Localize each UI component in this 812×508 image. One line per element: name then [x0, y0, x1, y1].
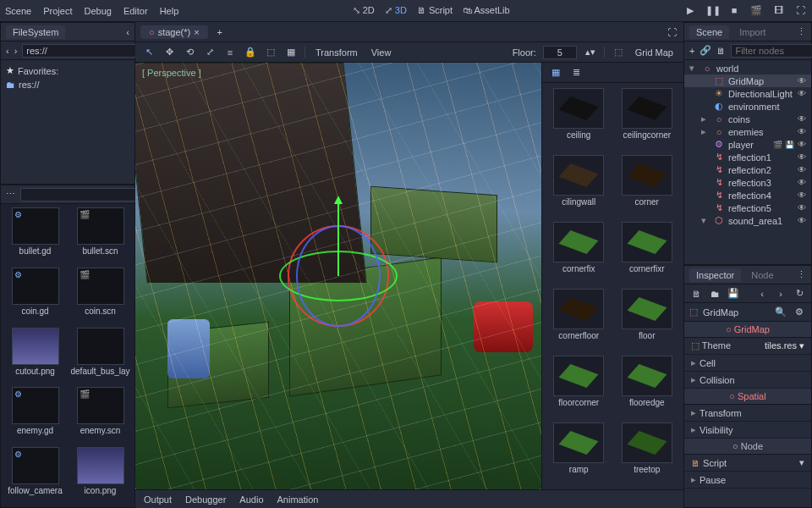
tree-node[interactable]: ↯reflection4👁 — [684, 189, 811, 202]
bottom-tab-animation[interactable]: Animation — [277, 494, 319, 505]
move-tool-icon[interactable]: ✥ — [162, 47, 176, 58]
tree-node[interactable]: ⬚GridMap👁 — [684, 75, 811, 87]
property-theme[interactable]: ⬚ Themetiles.res ▾ — [684, 338, 811, 355]
distraction-free-icon[interactable]: ⛶ — [793, 5, 807, 16]
tree-node[interactable]: ↯reflection3👁 — [684, 176, 811, 189]
file-thumb[interactable]: 🎬bullet.scn — [69, 207, 131, 264]
tree-node[interactable]: ▸○coins👁 — [684, 113, 811, 125]
workspace-3d[interactable]: ⤢ 3D — [385, 5, 407, 16]
import-dock-tab[interactable]: Import — [732, 25, 772, 39]
file-thumb[interactable]: ⚙enemy.gd — [4, 387, 66, 444]
floor-input[interactable] — [543, 46, 577, 59]
property-group-transform[interactable]: ▸Transform — [684, 405, 811, 422]
visibility-icon[interactable]: 👁 — [798, 190, 806, 200]
property-script[interactable]: 🗎 Script ▾ — [684, 455, 811, 472]
save-resource-icon[interactable]: 💾 — [727, 288, 740, 299]
filesystem-tab[interactable]: FileSystem — [6, 25, 65, 39]
tree-node[interactable]: ☀DirectionalLight👁 — [684, 87, 811, 100]
menu-editor[interactable]: Editor — [123, 6, 148, 16]
file-thumb[interactable]: ⚙coin.gd — [4, 268, 66, 324]
select-tool-icon[interactable]: ↖ — [142, 47, 156, 58]
perspective-label[interactable]: [ Perspective ] — [142, 68, 201, 78]
tree-node[interactable]: ◐environment — [684, 100, 811, 113]
property-group-cell[interactable]: ▸Cell — [684, 355, 811, 372]
path-input[interactable] — [22, 44, 147, 58]
search-icon[interactable]: 🔍 — [774, 306, 787, 318]
transform-menu[interactable]: Transform — [312, 47, 361, 58]
mesh-item[interactable]: floorcorner — [547, 356, 611, 417]
history-fwd-icon[interactable]: › — [774, 289, 787, 299]
mesh-item[interactable]: ceilingcorner — [616, 88, 679, 150]
tree-node[interactable]: ▸○enemies👁 — [684, 125, 811, 138]
view-menu[interactable]: View — [368, 47, 395, 58]
scene-tab[interactable]: ○ stage(*) × — [140, 25, 208, 39]
dock-menu-icon[interactable]: ⋮ — [797, 26, 806, 37]
3d-viewport[interactable]: [ Perspective ] — [135, 63, 541, 489]
root-folder-row[interactable]: 🖿 res:// — [6, 78, 129, 91]
visibility-icon[interactable]: 👁 — [798, 178, 806, 187]
tree-node[interactable]: ↯reflection2👁 — [684, 163, 811, 176]
mesh-item[interactable]: ramp — [547, 422, 611, 484]
mesh-item[interactable]: flooredge — [616, 356, 679, 417]
play-icon[interactable]: ▶ — [683, 5, 697, 16]
favorites-row[interactable]: ★ Favorites: — [6, 64, 129, 78]
tree-node[interactable]: ▾⬡sound_area1👁 — [684, 214, 811, 227]
file-thumb[interactable]: ⚙follow_camera — [4, 447, 66, 504]
inspector-tab[interactable]: Inspector — [689, 268, 741, 282]
pause-icon[interactable]: ❚❚ — [705, 5, 719, 16]
visibility-icon[interactable]: 👁 — [798, 76, 806, 86]
nav-fwd-icon[interactable]: › — [14, 46, 18, 56]
new-resource-icon[interactable]: 🗎 — [689, 289, 703, 299]
palette-grid-icon[interactable]: ▦ — [549, 67, 562, 78]
prev-folder-icon[interactable]: ⋯ — [6, 189, 15, 200]
mesh-item[interactable]: cilingwall — [547, 155, 611, 217]
bottom-tab-debugger[interactable]: Debugger — [185, 494, 226, 505]
mesh-item[interactable]: floor — [616, 289, 679, 351]
visibility-icon[interactable]: 👁 — [798, 127, 806, 136]
mesh-item[interactable]: corner — [616, 155, 679, 217]
workspace-script[interactable]: 🗎 Script — [417, 5, 453, 16]
scene-dock-tab[interactable]: Scene — [689, 25, 729, 39]
file-thumb[interactable]: icon.png — [69, 447, 131, 504]
collapse-icon[interactable]: ‹ — [126, 27, 129, 37]
visibility-icon[interactable]: 👁 — [798, 152, 806, 162]
bottom-tab-output[interactable]: Output — [144, 494, 172, 505]
mesh-item[interactable]: cornerfloor — [547, 289, 611, 351]
settings-icon[interactable]: ⚙ — [793, 306, 806, 318]
tree-node[interactable]: ↯reflection1👁 — [684, 151, 811, 163]
floor-stepper-icon[interactable]: ▴▾ — [584, 47, 597, 58]
visibility-icon[interactable]: 👁 — [798, 165, 806, 174]
visibility-icon[interactable]: 👁 — [798, 216, 806, 225]
palette-list-icon[interactable]: ≣ — [569, 67, 583, 78]
file-thumb[interactable]: ⚙bullet.gd — [4, 207, 66, 264]
close-tab-icon[interactable]: × — [194, 27, 199, 37]
dock-menu-icon[interactable]: ⋮ — [797, 269, 806, 280]
mesh-item[interactable]: treetop — [616, 422, 679, 484]
scale-tool-icon[interactable]: ⤢ — [203, 47, 217, 58]
file-thumb[interactable]: 🎬enemy.scn — [69, 387, 131, 444]
visibility-icon[interactable]: 👁 — [798, 114, 806, 124]
expand-icon[interactable]: ⛶ — [665, 27, 678, 37]
mesh-item[interactable]: ceiling — [547, 88, 611, 150]
attach-script-icon[interactable]: 🗎 — [716, 46, 726, 56]
filter-nodes-input[interactable] — [731, 44, 812, 58]
workspace-2d[interactable]: ⤡ 2D — [353, 5, 375, 16]
add-node-icon[interactable]: + — [689, 46, 694, 56]
bottom-tab-audio[interactable]: Audio — [239, 494, 263, 505]
file-thumb[interactable]: 🎬coin.scn — [69, 268, 131, 324]
snap-tool-icon[interactable]: ▦ — [284, 47, 298, 58]
file-thumb[interactable]: cutout.png — [4, 328, 66, 384]
menu-help[interactable]: Help — [160, 6, 179, 16]
stop-icon[interactable]: ■ — [727, 5, 741, 16]
mesh-item[interactable]: cornerfix — [547, 222, 611, 284]
tree-node[interactable]: ▾○world — [684, 62, 811, 75]
open-resource-icon[interactable]: 🖿 — [708, 289, 721, 299]
history-back-icon[interactable]: ‹ — [755, 289, 769, 299]
tree-node[interactable]: ↯reflection5👁 — [684, 202, 811, 214]
link-node-icon[interactable]: 🔗 — [700, 45, 711, 56]
play-scene-icon[interactable]: 🎬 — [749, 5, 763, 16]
gridmap-menu[interactable]: Grid Map — [632, 47, 677, 58]
menu-project[interactable]: Project — [43, 6, 72, 16]
visibility-icon[interactable]: 👁 — [798, 89, 806, 98]
history-icon[interactable]: ↻ — [793, 288, 806, 299]
